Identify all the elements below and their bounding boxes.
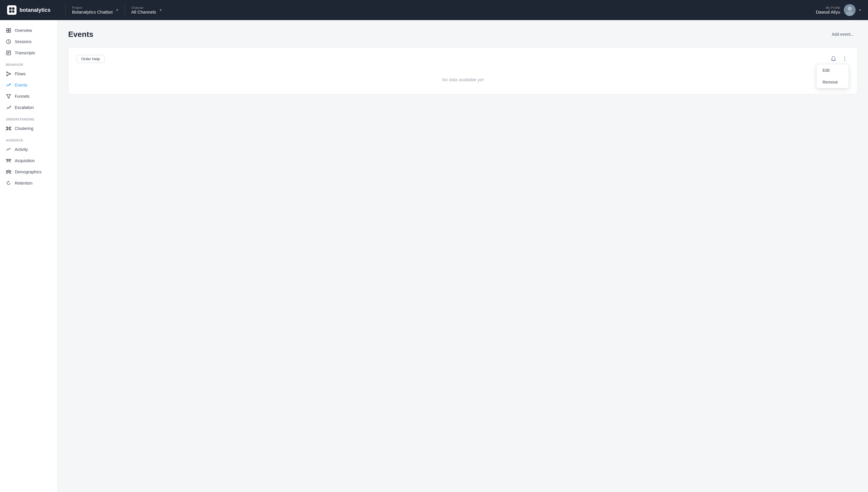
sidebar: Overview Sessions Transcripts xyxy=(0,20,57,492)
event-card-header: Order Help xyxy=(77,55,849,63)
svg-point-38 xyxy=(8,170,9,172)
transcripts-icon xyxy=(6,50,11,55)
channel-dropdown[interactable]: Channel All Channels ▾ xyxy=(126,3,168,17)
svg-point-3 xyxy=(12,10,15,13)
sidebar-label-activity: Activity xyxy=(15,147,28,152)
nav-divider-2 xyxy=(125,4,125,16)
svg-point-30 xyxy=(10,129,11,130)
svg-point-39 xyxy=(6,171,7,172)
profile-chevron-icon: ▾ xyxy=(859,8,861,12)
svg-point-43 xyxy=(844,60,845,61)
sidebar-item-overview[interactable]: Overview xyxy=(0,25,57,36)
audience-section-label: AUDIENCE xyxy=(0,134,57,144)
sidebar-label-retention: Retention xyxy=(15,181,32,186)
page-header: Events Add event... xyxy=(68,29,858,39)
svg-rect-1 xyxy=(12,7,15,10)
sidebar-label-escalation: Escalation xyxy=(15,105,34,110)
sidebar-label-events: Events xyxy=(15,83,27,88)
events-icon xyxy=(6,82,11,88)
profile-name: Dawud Aliyu xyxy=(816,9,840,15)
sidebar-label-sessions: Sessions xyxy=(15,39,32,44)
acquisition-icon xyxy=(6,158,11,163)
sidebar-label-funnels: Funnels xyxy=(15,94,29,99)
brand-logo: botanalytics xyxy=(7,5,65,15)
layout: Overview Sessions Transcripts xyxy=(0,20,868,492)
svg-line-34 xyxy=(9,129,10,130)
sidebar-item-clustering[interactable]: Clustering xyxy=(0,123,57,134)
escalation-icon xyxy=(6,105,11,110)
sidebar-item-activity[interactable]: Activity xyxy=(0,144,57,155)
sidebar-label-transcripts: Transcripts xyxy=(15,50,35,55)
remove-menu-item[interactable]: Remove xyxy=(817,76,848,88)
svg-point-36 xyxy=(6,159,7,161)
svg-rect-2 xyxy=(9,10,11,13)
sessions-icon xyxy=(6,39,11,44)
more-options-button[interactable] xyxy=(841,55,849,63)
event-card: Order Help xyxy=(68,47,858,94)
sidebar-item-retention[interactable]: Retention xyxy=(0,177,57,189)
sidebar-label-clustering: Clustering xyxy=(15,126,33,131)
svg-point-27 xyxy=(6,127,7,128)
svg-line-19 xyxy=(8,72,9,74)
svg-marker-23 xyxy=(6,95,10,98)
avatar xyxy=(844,4,856,16)
sidebar-item-demographics[interactable]: Demographics xyxy=(0,166,57,177)
brand-icon xyxy=(7,5,17,15)
profile-section[interactable]: My Profile Dawud Aliyu ▾ xyxy=(816,4,861,16)
svg-line-33 xyxy=(7,129,8,130)
sidebar-label-overview: Overview xyxy=(15,28,32,33)
demographics-icon xyxy=(6,169,11,175)
project-chevron-icon: ▾ xyxy=(116,8,118,12)
svg-point-5 xyxy=(848,6,852,10)
activity-icon xyxy=(6,147,11,152)
svg-point-6 xyxy=(846,11,853,16)
svg-point-41 xyxy=(844,57,845,57)
svg-line-20 xyxy=(8,74,9,75)
sidebar-item-flows[interactable]: Flows xyxy=(0,68,57,79)
understanding-section-label: UNDERSTANDING xyxy=(0,113,57,123)
svg-rect-10 xyxy=(9,31,10,32)
sidebar-label-demographics: Demographics xyxy=(15,170,41,174)
svg-point-35 xyxy=(8,159,9,161)
event-tag: Order Help xyxy=(77,55,104,63)
edit-menu-item[interactable]: Edit xyxy=(817,65,848,76)
sidebar-item-transcripts[interactable]: Transcripts xyxy=(0,47,57,58)
sidebar-item-funnels[interactable]: Funnels xyxy=(0,91,57,102)
overview-icon xyxy=(6,28,11,33)
more-options-menu: Edit Remove xyxy=(816,64,849,88)
sidebar-item-sessions[interactable]: Sessions xyxy=(0,36,57,47)
retention-icon xyxy=(6,180,11,186)
svg-line-32 xyxy=(9,127,10,128)
add-event-button[interactable]: Add event... xyxy=(828,29,858,39)
svg-point-18 xyxy=(6,75,8,76)
sidebar-label-acquisition: Acquisition xyxy=(15,158,35,163)
svg-point-40 xyxy=(10,171,11,172)
svg-point-26 xyxy=(8,128,9,129)
sidebar-label-flows: Flows xyxy=(15,71,26,76)
event-card-actions: Edit Remove xyxy=(829,55,849,63)
funnels-icon xyxy=(6,94,11,99)
brand-name: botanalytics xyxy=(20,7,50,13)
profile-label: My Profile xyxy=(826,6,840,9)
bell-button[interactable] xyxy=(829,55,838,63)
main-content: Events Add event... Order Help xyxy=(57,20,868,492)
svg-rect-7 xyxy=(6,28,8,30)
channel-chevron-icon: ▾ xyxy=(160,8,161,12)
sidebar-item-acquisition[interactable]: Acquisition xyxy=(0,155,57,166)
svg-rect-8 xyxy=(9,28,10,30)
channel-value: All Channels xyxy=(131,9,156,15)
svg-point-37 xyxy=(10,159,11,161)
top-navigation: botanalytics Project Botanalytics Chatbo… xyxy=(0,0,868,20)
flows-icon xyxy=(6,71,11,76)
sidebar-item-events[interactable]: Events xyxy=(0,79,57,91)
svg-rect-9 xyxy=(6,31,8,32)
nav-divider-1 xyxy=(65,4,66,16)
page-title: Events xyxy=(68,30,93,39)
svg-point-42 xyxy=(844,58,845,59)
project-dropdown[interactable]: Project Botanalytics Chatbot ▾ xyxy=(66,3,124,17)
svg-point-17 xyxy=(9,73,10,74)
project-label: Project xyxy=(72,6,113,9)
sidebar-item-escalation[interactable]: Escalation xyxy=(0,102,57,113)
channel-label: Channel xyxy=(131,6,156,9)
clustering-icon xyxy=(6,126,11,131)
